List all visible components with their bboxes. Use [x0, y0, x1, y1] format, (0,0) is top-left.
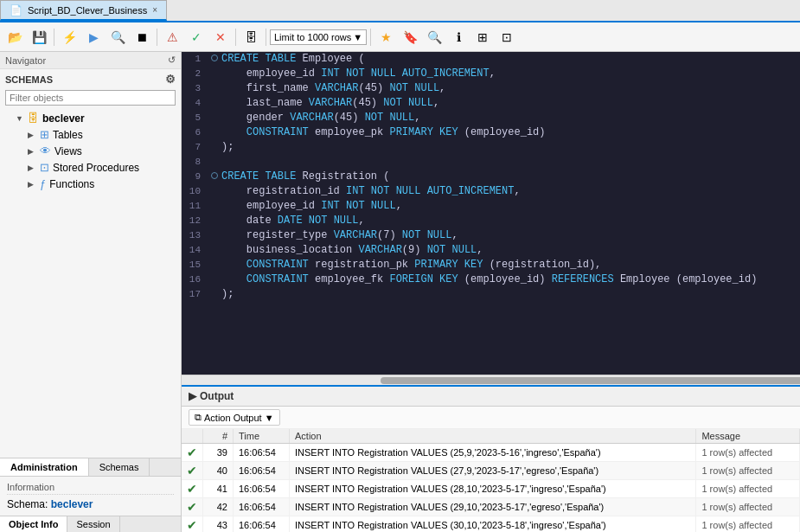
- line-number: 13: [182, 228, 208, 243]
- limit-select[interactable]: Limit to 1000 rows ▼: [270, 29, 367, 45]
- tree-item-functions[interactable]: ▶ ƒ Functions: [0, 176, 181, 192]
- table-header-row: # Time Action Message: [182, 429, 800, 444]
- tree-label-views: Views: [54, 145, 82, 157]
- open-btn[interactable]: 📂: [3, 26, 26, 48]
- code-editor[interactable]: 1CREATE TABLE Employee (2 employee_id IN…: [182, 52, 800, 375]
- ok-icon: ✔: [187, 518, 197, 532]
- sep4: [266, 29, 266, 46]
- action-output-arrow: ▼: [265, 413, 274, 423]
- line-code: );: [221, 287, 800, 302]
- row-num: 41: [203, 480, 234, 498]
- admin-tab[interactable]: Administration: [0, 458, 89, 476]
- breakpoint-dot[interactable]: [211, 54, 218, 61]
- explain-btn[interactable]: 🔍: [106, 26, 129, 48]
- ok-icon: ✔: [187, 482, 197, 496]
- copy-rows-btn[interactable]: ⧉ Action Output ▼: [189, 409, 280, 426]
- run-selection-btn[interactable]: ▶: [82, 26, 105, 48]
- hscroll-area[interactable]: [182, 375, 800, 385]
- views-arrow: ▶: [28, 147, 36, 156]
- fn-icon: ƒ: [40, 177, 46, 190]
- sep2: [157, 29, 157, 46]
- code-line: 8: [182, 155, 800, 170]
- filter-input[interactable]: [5, 90, 176, 106]
- schemas-tab[interactable]: Schemas: [89, 458, 150, 476]
- tree-item-stored-procedures[interactable]: ▶ ⊡ Stored Procedures: [0, 159, 181, 176]
- col-time: Time: [234, 429, 290, 444]
- save-btn[interactable]: 💾: [28, 26, 50, 48]
- error-btn[interactable]: ⚠: [161, 26, 183, 48]
- code-line: 5 gender VARCHAR(45) NOT NULL,: [182, 111, 800, 125]
- navigator-header: Navigator ↺: [0, 52, 181, 69]
- col-message: Message: [696, 429, 800, 444]
- expand-btn[interactable]: ⊡: [496, 26, 518, 48]
- table-row: ✔4116:06:54INSERT INTO Registration VALU…: [182, 480, 800, 498]
- line-number: 16: [182, 272, 208, 287]
- fn-arrow: ▶: [28, 180, 36, 189]
- limit-label: Limit to 1000 rows: [274, 32, 351, 42]
- output-toolbar: ⧉ Action Output ▼: [182, 407, 800, 429]
- script-tab[interactable]: 📄 Script_BD_Clever_Business ×: [0, 0, 167, 21]
- row-action: INSERT INTO Registration VALUES (29,10,'…: [290, 498, 696, 516]
- table-row: ✔4016:06:54INSERT INTO Registration VALU…: [182, 462, 800, 480]
- status-cell: ✔: [182, 498, 203, 516]
- line-number: 5: [182, 111, 208, 125]
- star-btn[interactable]: ★: [374, 26, 397, 48]
- row-time: 16:06:54: [234, 480, 290, 498]
- code-line: 14 business_location VARCHAR(9) NOT NULL…: [182, 243, 800, 258]
- breakpoint-dot[interactable]: [211, 172, 218, 179]
- cancel-btn[interactable]: ✕: [209, 26, 232, 48]
- line-number: 15: [182, 258, 208, 272]
- views-icon: 👁: [40, 144, 51, 157]
- row-message: 1 row(s) affected: [696, 444, 800, 462]
- sidebar: Navigator ↺ SCHEMAS ⚙ ▼ 🗄 beclever ▶ ⊞ T…: [0, 52, 182, 532]
- line-number: 17: [182, 287, 208, 302]
- row-time: 16:06:54: [234, 462, 290, 480]
- line-code: gender VARCHAR(45) NOT NULL,: [221, 111, 800, 125]
- line-number: 3: [182, 81, 208, 96]
- output-section-label: Output: [200, 390, 234, 402]
- tree-label-beclever: beclever: [42, 112, 85, 125]
- row-time: 16:06:54: [234, 444, 290, 462]
- line-code: first_name VARCHAR(45) NOT NULL,: [221, 81, 800, 96]
- info-btn[interactable]: ℹ: [447, 26, 470, 48]
- schema-tree: ▼ 🗄 beclever ▶ ⊞ Tables ▶ 👁 Views ▶ ⊡ St…: [0, 108, 181, 458]
- obj-info-tab[interactable]: Object Info: [0, 516, 67, 532]
- stop-btn[interactable]: ⏹: [131, 26, 153, 48]
- line-code: );: [221, 140, 800, 155]
- main-area: Navigator ↺ SCHEMAS ⚙ ▼ 🗄 beclever ▶ ⊞ T…: [0, 52, 800, 532]
- row-action: INSERT INTO Registration VALUES (25,9,'2…: [290, 444, 696, 462]
- code-line: 11 employee_id INT NOT NULL,: [182, 199, 800, 214]
- schemas-icon[interactable]: ⚙: [165, 73, 176, 86]
- schema-btn[interactable]: 🗄: [240, 26, 262, 48]
- layout-btn[interactable]: ⊞: [471, 26, 494, 48]
- line-code: business_location VARCHAR(9) NOT NULL,: [221, 243, 800, 258]
- info-label: Information: [7, 482, 174, 495]
- tree-item-views[interactable]: ▶ 👁 Views: [0, 143, 181, 159]
- run-btn[interactable]: ⚡: [58, 26, 80, 48]
- tree-item-beclever[interactable]: ▼ 🗄 beclever: [0, 110, 181, 126]
- sidebar-bottom: Administration Schemas Information Schem…: [0, 458, 181, 532]
- output-table: # Time Action Message ✔3916:06:54INSERT …: [182, 429, 800, 532]
- row-time: 16:06:54: [234, 498, 290, 516]
- table-row: ✔4316:06:54INSERT INTO Registration VALU…: [182, 516, 800, 533]
- line-marker[interactable]: [208, 54, 221, 61]
- tree-item-tables[interactable]: ▶ ⊞ Tables: [0, 126, 181, 143]
- sep1: [54, 29, 54, 46]
- line-code: CONSTRAINT employee_fk FOREIGN KEY (empl…: [221, 272, 800, 287]
- session-tab[interactable]: Session: [67, 516, 119, 532]
- line-number: 6: [182, 125, 208, 140]
- row-num: 40: [203, 462, 234, 480]
- row-message: 1 row(s) affected: [696, 516, 800, 533]
- sidebar-refresh-icon[interactable]: ↺: [168, 54, 176, 66]
- check-btn[interactable]: ✓: [185, 26, 208, 48]
- row-num: 42: [203, 498, 234, 516]
- status-cell: ✔: [182, 462, 203, 480]
- find-btn[interactable]: 🔍: [423, 26, 445, 48]
- line-number: 1: [182, 52, 208, 67]
- tab-close-icon[interactable]: ×: [152, 5, 157, 15]
- output-section-icon: ▶: [189, 390, 196, 402]
- bookmark-btn[interactable]: 🔖: [399, 26, 421, 48]
- ok-icon: ✔: [187, 500, 197, 514]
- line-marker[interactable]: [208, 172, 221, 179]
- limit-arrow: ▼: [353, 32, 362, 42]
